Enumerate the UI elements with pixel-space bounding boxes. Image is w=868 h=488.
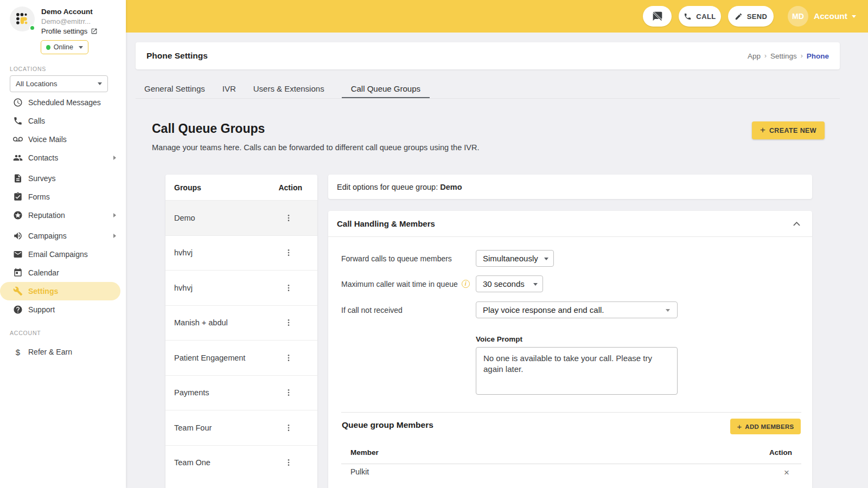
- not-received-row: If call not received Play voice response…: [341, 301, 678, 318]
- chevron-up-icon[interactable]: [793, 222, 800, 226]
- profile-settings-link[interactable]: Profile settings: [41, 27, 98, 35]
- member-row-name: Pulkit: [350, 467, 369, 476]
- sidebar-item-calendar[interactable]: Calendar: [0, 264, 126, 282]
- forward-calls-select[interactable]: Simultaneously: [476, 250, 554, 267]
- more-options-icon[interactable]: [284, 458, 293, 467]
- locations-select[interactable]: All Locations: [10, 75, 108, 92]
- sidebar: Demo Account Demo@emitrr... Profile sett…: [0, 0, 126, 488]
- chevron-down-icon: [98, 82, 102, 85]
- sidebar-item-voice-mails[interactable]: Voice Mails: [0, 130, 126, 149]
- chevron-down-icon: [852, 15, 856, 18]
- not-received-select[interactable]: Play voice response and end call.: [476, 301, 678, 318]
- section-divider: [341, 412, 801, 413]
- sidebar-item-settings[interactable]: Settings: [0, 282, 120, 300]
- sidebar-item-email-campaigns[interactable]: Email Campaigns: [0, 245, 126, 264]
- call-button[interactable]: CALL: [679, 6, 721, 27]
- wrench-icon: [13, 286, 23, 296]
- more-options-icon[interactable]: [284, 214, 293, 222]
- member-column-header: Member: [350, 448, 379, 457]
- presence-dot: [29, 25, 35, 31]
- sidebar-item-scheduled-messages[interactable]: Scheduled Messages: [0, 93, 126, 112]
- remove-member-icon[interactable]: ×: [784, 468, 789, 477]
- status-label: Online: [54, 43, 73, 51]
- group-row-hvhvj-1[interactable]: hvhvj: [165, 235, 317, 271]
- clock-icon: [13, 98, 23, 107]
- chevron-right-icon: [113, 156, 116, 160]
- add-members-button[interactable]: + ADD MEMBERS: [730, 419, 801, 434]
- pencil-icon: [735, 12, 743, 21]
- sidebar-item-reputation[interactable]: Reputation: [0, 206, 126, 224]
- page-header-title: Phone Settings: [146, 51, 208, 61]
- tab-ivr[interactable]: IVR: [222, 81, 236, 97]
- send-button[interactable]: SEND: [728, 6, 774, 27]
- more-options-icon[interactable]: [284, 388, 293, 397]
- account-avatar[interactable]: [10, 7, 35, 31]
- megaphone-icon: [13, 231, 23, 241]
- more-options-icon[interactable]: [284, 318, 293, 327]
- breadcrumb-settings[interactable]: Settings: [770, 52, 797, 60]
- group-row-demo[interactable]: Demo: [165, 200, 317, 235]
- group-row-team-four[interactable]: Team Four: [165, 410, 317, 445]
- more-options-icon[interactable]: [284, 354, 293, 362]
- chevron-down-icon: [666, 309, 670, 312]
- more-options-icon[interactable]: [284, 248, 293, 257]
- locations-label: LOCATIONS: [10, 66, 46, 72]
- breadcrumb-app[interactable]: App: [748, 52, 761, 60]
- wait-time-row: Maximum caller wait time in queue i 30 s…: [341, 275, 543, 292]
- group-row-manish-abdul[interactable]: Manish + abdul: [165, 305, 317, 341]
- voicemail-icon: [13, 134, 23, 144]
- call-handling-header[interactable]: Call Handling & Members: [328, 211, 812, 237]
- user-avatar[interactable]: MD: [788, 6, 808, 27]
- wait-time-label: Maximum caller wait time in queue i: [341, 280, 476, 288]
- info-icon[interactable]: i: [462, 280, 470, 288]
- people-icon: [13, 153, 23, 163]
- sidebar-item-refer-earn[interactable]: $ Refer & Earn: [0, 343, 126, 361]
- sidebar-item-forms[interactable]: Forms: [0, 188, 126, 206]
- clipboard-check-icon: [13, 192, 23, 202]
- group-row-hvhvj-2[interactable]: hvhvj: [165, 270, 317, 305]
- chat-disabled-button[interactable]: [643, 6, 672, 27]
- chevron-down-icon: [79, 46, 83, 49]
- voice-prompt-label: Voice Prompt: [476, 335, 522, 343]
- phone-icon: [13, 116, 23, 126]
- sidebar-item-calls[interactable]: Calls: [0, 112, 126, 130]
- not-received-label: If call not received: [341, 306, 476, 314]
- document-icon: [13, 174, 23, 183]
- account-name: Demo Account: [41, 8, 93, 16]
- group-row-team-one[interactable]: Team One: [165, 445, 317, 480]
- status-toggle[interactable]: Online: [41, 40, 88, 54]
- forward-calls-row: Forward calls to queue members Simultane…: [341, 250, 554, 267]
- sidebar-item-campaigns[interactable]: Campaigns: [0, 227, 126, 245]
- voice-prompt-textarea[interactable]: No one is available to take your call. P…: [476, 347, 678, 395]
- sidebar-item-support[interactable]: Support: [0, 300, 126, 319]
- create-new-button[interactable]: + CREATE NEW: [752, 121, 825, 139]
- external-link-icon: [91, 28, 98, 35]
- tab-general-settings[interactable]: General Settings: [144, 81, 205, 97]
- settings-tabs: General Settings IVR Users & Extensions …: [136, 81, 840, 99]
- group-row-payments[interactable]: Payments: [165, 375, 317, 410]
- envelope-icon: [13, 249, 23, 259]
- tab-call-queue-groups[interactable]: Call Queue Groups: [342, 81, 430, 98]
- action-column-header: Action: [769, 448, 792, 457]
- group-row-patient-engagement[interactable]: Patient Engagement: [165, 340, 317, 375]
- edit-options-bar: Edit options for queue group: Demo: [328, 175, 812, 199]
- page-header: Phone Settings App › Settings › Phone: [136, 42, 840, 69]
- more-options-icon[interactable]: [284, 423, 293, 432]
- sidebar-nav: Scheduled Messages Calls Voice Mails Con…: [0, 93, 126, 319]
- action-column-header: Action: [278, 183, 302, 192]
- page-title: Call Queue Groups: [152, 121, 265, 136]
- account-menu[interactable]: Account: [814, 11, 856, 21]
- edit-options-label: Edit options for queue group:: [337, 183, 438, 191]
- tab-users-extensions[interactable]: Users & Extensions: [253, 81, 324, 97]
- chat-off-icon: [652, 11, 663, 22]
- table-divider: [341, 464, 801, 464]
- sidebar-item-surveys[interactable]: Surveys: [0, 169, 126, 188]
- sidebar-item-contacts[interactable]: Contacts: [0, 149, 126, 167]
- breadcrumb-separator: ›: [801, 52, 803, 60]
- wait-time-select[interactable]: 30 seconds: [476, 275, 543, 292]
- topbar: CALL SEND MD Account: [126, 0, 868, 33]
- phone-icon: [684, 12, 692, 21]
- chevron-right-icon: [113, 213, 116, 217]
- breadcrumb-phone[interactable]: Phone: [807, 52, 829, 60]
- more-options-icon[interactable]: [284, 284, 293, 292]
